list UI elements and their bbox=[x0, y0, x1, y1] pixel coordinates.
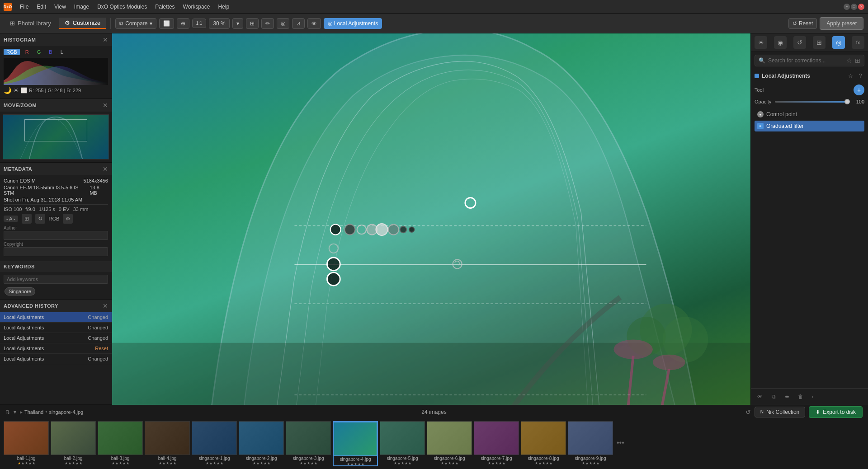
minimize-button[interactable]: − bbox=[844, 4, 850, 10]
menu-edit[interactable]: Edit bbox=[33, 2, 50, 12]
nik-collection-button[interactable]: N Nik Collection bbox=[755, 407, 806, 417]
mask-button[interactable]: 👁 bbox=[307, 18, 321, 29]
filmstrip-more-button[interactable]: ••• bbox=[617, 439, 624, 449]
apply-preset-button[interactable]: Apply preset bbox=[820, 17, 863, 30]
history-item-0[interactable]: Local Adjustments Changed bbox=[0, 312, 112, 323]
crop-meta-button[interactable]: ⊞ bbox=[22, 214, 32, 224]
local-adj-help-button[interactable]: ? bbox=[856, 72, 864, 80]
thumb-sg-7[interactable]: singapore-7.jpg ★★★★★ bbox=[474, 421, 519, 466]
copyright-input[interactable] bbox=[4, 247, 108, 256]
thumb-sg-8[interactable]: singapore-8.jpg ★★★★★ bbox=[521, 421, 566, 466]
zoom-dropdown[interactable]: ▾ bbox=[232, 18, 243, 29]
channel-r[interactable]: R bbox=[23, 49, 32, 55]
histogram-header[interactable]: HISTOGRAM ✕ bbox=[0, 33, 112, 46]
history-header[interactable]: ADVANCED HISTORY ✕ bbox=[0, 300, 112, 312]
maximize-button[interactable]: □ bbox=[851, 4, 857, 10]
local-adj-tool-button[interactable]: ◎ bbox=[832, 36, 845, 49]
correction-graduated-filter[interactable]: ≡ Graduated filter bbox=[755, 121, 864, 131]
histogram-channels: RGB R G B L bbox=[4, 49, 108, 55]
menu-image[interactable]: Image bbox=[71, 2, 93, 12]
opacity-slider[interactable] bbox=[775, 101, 850, 103]
correction-control-point[interactable]: ● Control point bbox=[755, 109, 864, 120]
menu-palettes[interactable]: Palettes bbox=[151, 2, 178, 12]
tab-customize[interactable]: ⚙ Customize bbox=[59, 18, 106, 29]
history-item-3[interactable]: Local Adjustments Reset bbox=[0, 343, 112, 354]
thumb-name-bali3: bali-3.jpg bbox=[98, 456, 143, 461]
menu-view[interactable]: View bbox=[51, 2, 70, 12]
thumb-sg-3[interactable]: singapore-3.jpg ★★★★★ bbox=[286, 421, 331, 466]
fx-tool-button[interactable]: fx bbox=[852, 36, 864, 49]
opacity-slider-thumb[interactable] bbox=[844, 99, 850, 104]
metadata-close-button[interactable]: ✕ bbox=[103, 165, 108, 173]
light-tool-button[interactable]: ☀ bbox=[755, 36, 767, 49]
author-input[interactable] bbox=[4, 231, 108, 240]
geometry-tool-button[interactable]: ⊞ bbox=[813, 36, 826, 49]
thumb-bali-2[interactable]: bali-2.jpg ★★★★★ bbox=[51, 421, 96, 466]
movezoom-close-button[interactable]: ✕ bbox=[103, 102, 108, 109]
thumb-sg-1[interactable]: singapore-1.jpg ★★★★★ bbox=[192, 421, 237, 466]
keywords-input[interactable] bbox=[4, 275, 108, 284]
delete-button[interactable]: 🗑 bbox=[795, 391, 806, 402]
history-item-1[interactable]: Local Adjustments Changed bbox=[0, 323, 112, 333]
crop-tool-button[interactable]: ⊞ bbox=[246, 18, 259, 29]
image-canvas[interactable] bbox=[112, 33, 750, 405]
thumb-sg-2[interactable]: singapore-2.jpg ★★★★★ bbox=[239, 421, 284, 466]
export-label: Export to disk bbox=[823, 409, 856, 415]
crop-rotate-button[interactable]: ⊿ bbox=[292, 18, 305, 29]
thumb-bali-4[interactable]: bali-4.jpg ★★★★★ bbox=[145, 421, 190, 466]
tool-active-button[interactable]: + bbox=[854, 84, 864, 95]
keywords-header[interactable]: Keywords bbox=[0, 261, 112, 272]
history-close-button[interactable]: ✕ bbox=[103, 302, 108, 310]
compare-button[interactable]: ⧉ Compare ▾ bbox=[115, 18, 156, 29]
search-corrections-input[interactable] bbox=[768, 57, 844, 64]
history-item-2[interactable]: Local Adjustments Changed bbox=[0, 333, 112, 343]
menu-file[interactable]: File bbox=[16, 2, 32, 12]
visibility-button[interactable]: 👁 bbox=[755, 391, 765, 402]
fit-button[interactable]: 1:1 bbox=[192, 19, 207, 28]
movezoom-header[interactable]: MOVE/ZOOM ✕ bbox=[0, 99, 112, 112]
retouch-button[interactable]: ✏ bbox=[261, 18, 274, 29]
color-tool-button[interactable]: ◉ bbox=[774, 36, 787, 49]
thumbnail-view[interactable] bbox=[3, 114, 109, 159]
channel-rgb[interactable]: RGB bbox=[4, 49, 20, 55]
thumb-sg-9[interactable]: singapore-9.jpg ★★★★★ bbox=[568, 421, 613, 466]
copy-button[interactable]: ⧉ bbox=[768, 391, 779, 402]
metadata-header[interactable]: METADATA ✕ bbox=[0, 163, 112, 175]
refresh-icon[interactable]: ↺ bbox=[745, 408, 751, 416]
zoom-display[interactable]: 30 % bbox=[209, 18, 229, 29]
thumb-sg-4[interactable]: singapore-4.jpg ★★★★★ bbox=[333, 421, 378, 466]
histogram-close-button[interactable]: ✕ bbox=[103, 36, 108, 43]
thumb-sg-6[interactable]: singapore-6.jpg ★★★★★ bbox=[427, 421, 472, 466]
channel-g[interactable]: G bbox=[34, 49, 44, 55]
tab-photolibrary[interactable]: ⊞ PhotoLibrary bbox=[5, 18, 57, 28]
detail-tool-button[interactable]: ↺ bbox=[793, 36, 806, 49]
collapse-panel-arrow[interactable]: › bbox=[809, 394, 816, 400]
reset-button[interactable]: ↺ Reset bbox=[788, 18, 817, 29]
local-adj-button[interactable]: ◎ Local Adjustments bbox=[324, 18, 382, 29]
thumb-bali-3[interactable]: bali-3.jpg ★★★★★ bbox=[98, 421, 143, 466]
close-button[interactable]: ✕ bbox=[858, 4, 864, 10]
export-to-disk-button[interactable]: ⬇ Export to disk bbox=[809, 406, 863, 418]
rgb-label: RGB bbox=[49, 216, 60, 221]
menu-workspace[interactable]: Workspace bbox=[179, 2, 214, 12]
settings-meta-button[interactable]: ⚙ bbox=[63, 214, 73, 224]
menu-help[interactable]: Help bbox=[214, 2, 233, 12]
keyword-singapore[interactable]: Singapore bbox=[5, 287, 35, 295]
view-single-button[interactable]: ⬜ bbox=[159, 18, 174, 29]
thumb-bg-bali4 bbox=[145, 421, 190, 455]
red-eye-button[interactable]: ◎ bbox=[277, 18, 289, 29]
filmstrip-sort-icon[interactable]: ⇅ bbox=[5, 409, 10, 415]
rotate-meta-button[interactable]: ↻ bbox=[35, 214, 45, 224]
crop-button[interactable]: ⊕ bbox=[177, 18, 189, 29]
channel-l[interactable]: L bbox=[58, 49, 66, 55]
breadcrumb-folder[interactable]: Thailand bbox=[24, 409, 43, 415]
menu-optics[interactable]: DxO Optics Modules bbox=[94, 2, 151, 12]
search-icon: 🔍 bbox=[759, 57, 765, 64]
filmstrip-filter-icon[interactable]: ▾ bbox=[14, 409, 16, 415]
local-adj-star-button[interactable]: ☆ bbox=[846, 72, 854, 80]
channel-b[interactable]: B bbox=[46, 49, 55, 55]
paste-button[interactable]: ⬌ bbox=[782, 391, 793, 402]
thumb-bali-1[interactable]: bali-1.jpg ★★★★★ bbox=[4, 421, 49, 466]
history-item-4[interactable]: Local Adjustments Changed bbox=[0, 354, 112, 364]
thumb-sg-5[interactable]: singapore-5.jpg ★★★★★ bbox=[380, 421, 425, 466]
